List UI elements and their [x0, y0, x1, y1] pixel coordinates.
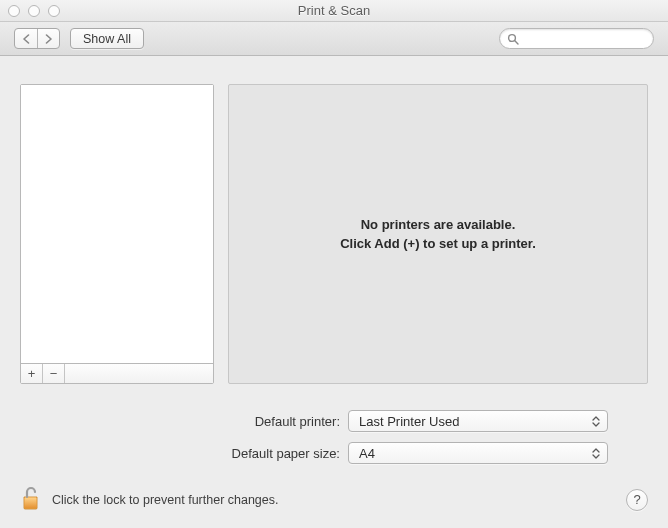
default-printer-value: Last Printer Used — [359, 414, 459, 429]
zoom-window-button[interactable] — [48, 5, 60, 17]
printer-detail-pane: No printers are available. Click Add (+)… — [228, 84, 648, 384]
plus-icon: + — [28, 367, 36, 380]
printer-list[interactable] — [21, 85, 213, 363]
printer-sidebar: + − — [20, 84, 214, 384]
lock-open-icon[interactable] — [20, 485, 42, 514]
traffic-lights — [8, 5, 60, 17]
add-printer-button[interactable]: + — [21, 364, 43, 383]
lock-help-text: Click the lock to prevent further change… — [52, 493, 279, 507]
nav-back-forward — [14, 28, 60, 49]
svg-rect-2 — [25, 498, 37, 509]
show-all-button[interactable]: Show All — [70, 28, 144, 49]
show-all-label: Show All — [83, 32, 131, 46]
chevron-right-icon — [45, 34, 53, 44]
default-printer-select[interactable]: Last Printer Used — [348, 410, 608, 432]
chevron-left-icon — [22, 34, 30, 44]
nav-back-button[interactable] — [15, 29, 37, 48]
default-printer-label: Default printer: — [20, 414, 340, 429]
no-printers-line2: Click Add (+) to set up a printer. — [340, 236, 536, 251]
default-paper-value: A4 — [359, 446, 375, 461]
content-area: + − No printers are available. Click Add… — [0, 56, 668, 528]
defaults-section: Default printer: Last Printer Used Defau… — [20, 410, 648, 464]
search-field[interactable] — [499, 28, 654, 49]
default-printer-row: Default printer: Last Printer Used — [20, 410, 648, 432]
remove-printer-button[interactable]: − — [43, 364, 65, 383]
window-titlebar: Print & Scan — [0, 0, 668, 22]
sidebar-footer: + − — [21, 363, 213, 383]
default-paper-label: Default paper size: — [20, 446, 340, 461]
panes: + − No printers are available. Click Add… — [20, 84, 648, 384]
window-title: Print & Scan — [0, 3, 668, 18]
close-window-button[interactable] — [8, 5, 20, 17]
search-input[interactable] — [499, 28, 654, 49]
help-icon: ? — [633, 492, 640, 507]
lock-row: Click the lock to prevent further change… — [20, 485, 648, 514]
nav-forward-button[interactable] — [37, 29, 59, 48]
no-printers-line1: No printers are available. — [361, 217, 516, 232]
svg-line-1 — [515, 40, 518, 43]
default-paper-row: Default paper size: A4 — [20, 442, 648, 464]
minus-icon: − — [50, 367, 58, 380]
search-icon — [507, 33, 519, 45]
minimize-window-button[interactable] — [28, 5, 40, 17]
default-paper-select[interactable]: A4 — [348, 442, 608, 464]
help-button[interactable]: ? — [626, 489, 648, 511]
toolbar: Show All — [0, 22, 668, 56]
